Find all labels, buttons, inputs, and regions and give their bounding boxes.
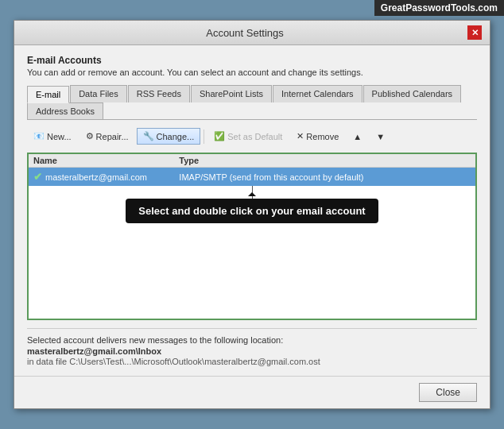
section-desc: You can add or remove an account. You ca… — [27, 68, 477, 77]
dialog-footer: Close — [14, 376, 490, 408]
new-icon: 📧 — [33, 131, 45, 141]
repair-button[interactable]: ⚙ Repair... — [79, 128, 135, 145]
tab-published-calendars[interactable]: Published Calendars — [363, 85, 462, 102]
tooltip-text: Select and double click on your email ac… — [138, 205, 365, 217]
table-row[interactable]: ✔ masteralbertz@gmail.com IMAP/SMTP (sen… — [29, 168, 475, 186]
column-header-name: Name — [33, 156, 179, 165]
tooltip-container: Select and double click on your email ac… — [29, 187, 475, 223]
change-label: Change... — [157, 132, 195, 141]
footer-desc: Selected account delivers new messages t… — [27, 335, 283, 345]
row-type: IMAP/SMTP (send from this account by def… — [179, 172, 471, 182]
table-body: ✔ masteralbertz@gmail.com IMAP/SMTP (sen… — [29, 168, 475, 223]
table-header: Name Type — [29, 154, 475, 168]
repair-label: Repair... — [96, 132, 129, 141]
tab-data-files[interactable]: Data Files — [70, 85, 127, 102]
toolbar-separator — [204, 129, 204, 144]
move-up-button[interactable]: ▲ — [347, 129, 368, 145]
new-button[interactable]: 📧 New... — [27, 128, 78, 145]
check-icon: ✔ — [33, 171, 42, 183]
remove-icon: ✕ — [297, 131, 304, 141]
watermark: GreatPasswordTools.com — [374, 0, 504, 16]
up-icon: ▲ — [353, 132, 362, 141]
title-bar-close-button[interactable]: ✕ — [467, 25, 482, 40]
close-dialog-button[interactable]: Close — [419, 383, 477, 402]
new-label: New... — [47, 132, 72, 141]
tab-rss-feeds[interactable]: RSS Feeds — [128, 85, 190, 102]
toolbar: 📧 New... ⚙ Repair... 🔧 Change... ✅ Set a… — [27, 126, 477, 146]
tab-email[interactable]: E-mail — [27, 86, 69, 103]
footer-section: Selected account delivers new messages t… — [27, 328, 477, 366]
tooltip-box: Select and double click on your email ac… — [126, 199, 378, 223]
dialog-title: Account Settings — [22, 27, 467, 39]
change-icon: 🔧 — [143, 131, 154, 141]
account-email: masteralbertz@gmail.com — [45, 172, 147, 182]
watermark-text: GreatPasswordTools.com — [381, 2, 498, 14]
set-default-icon: ✅ — [214, 131, 225, 141]
tabs-container: E-mail Data Files RSS Feeds SharePoint L… — [27, 85, 477, 120]
row-name: ✔ masteralbertz@gmail.com — [33, 171, 179, 183]
section-title: E-mail Accounts — [27, 55, 477, 66]
footer-file-path: in data file C:\Users\Test\...\Microsoft… — [27, 357, 477, 366]
account-settings-dialog: Account Settings ✕ E-mail Accounts You c… — [14, 20, 490, 409]
tab-sharepoint-lists[interactable]: SharePoint Lists — [191, 85, 272, 102]
move-down-button[interactable]: ▼ — [370, 129, 391, 145]
tab-address-books[interactable]: Address Books — [27, 102, 103, 119]
dialog-content: E-mail Accounts You can add or remove an… — [14, 45, 490, 376]
repair-icon: ⚙ — [86, 131, 94, 141]
title-bar: Account Settings ✕ — [14, 21, 490, 45]
set-default-label: Set as Default — [227, 132, 282, 141]
footer-bold-path: masteralbertz@gmail.com\Inbox — [27, 346, 477, 356]
down-icon: ▼ — [376, 132, 385, 141]
accounts-table: Name Type ✔ masteralbertz@gmail.com IMAP… — [27, 153, 477, 320]
tab-internet-calendars[interactable]: Internet Calendars — [273, 85, 362, 102]
column-header-type: Type — [179, 156, 471, 165]
remove-label: Remove — [306, 132, 339, 141]
set-default-button[interactable]: ✅ Set as Default — [207, 128, 289, 145]
remove-button[interactable]: ✕ Remove — [290, 128, 345, 145]
change-button[interactable]: 🔧 Change... — [137, 128, 201, 145]
